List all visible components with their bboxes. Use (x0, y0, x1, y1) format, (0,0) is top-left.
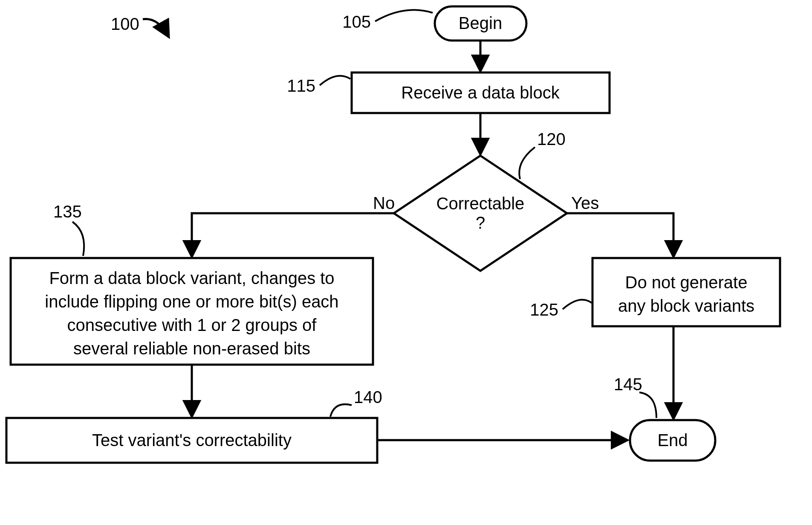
ref-form: 135 (53, 202, 82, 221)
decision-label-2: ? (476, 213, 485, 232)
lead-receive (320, 76, 350, 85)
novar-label-2: any block variants (618, 296, 754, 315)
novar-label-1: Do not generate (625, 273, 748, 292)
ref-begin: 105 (342, 12, 371, 31)
ref-fig-arrow (143, 19, 168, 37)
lead-form (72, 222, 84, 256)
form-label-3: consecutive with 1 or 2 groups of (67, 316, 317, 334)
lead-begin (375, 10, 433, 21)
lead-test (330, 404, 352, 417)
yes-label: Yes (571, 194, 599, 212)
form-label-4: several reliable non-erased bits (73, 339, 310, 358)
lead-novar (563, 300, 592, 309)
ref-decision: 120 (537, 130, 566, 148)
end-label: End (657, 431, 688, 450)
ref-receive: 115 (287, 76, 315, 95)
form-label-1: Form a data block variant, changes to (49, 269, 334, 287)
arrow-yes (567, 213, 673, 256)
lead-decision (519, 147, 535, 179)
test-label: Test variant's correctability (92, 431, 292, 450)
ref-end: 145 (614, 375, 642, 394)
ref-novar: 125 (530, 300, 558, 319)
decision-label-1: Correctable (436, 194, 525, 213)
lead-end (639, 392, 656, 418)
receive-label: Receive a data block (401, 83, 560, 102)
novar-node (592, 258, 780, 326)
arrow-no (192, 213, 394, 256)
ref-fig: 100 (111, 15, 139, 33)
no-label: No (373, 194, 395, 212)
ref-test: 140 (354, 388, 382, 406)
form-label-2: include flipping one or more bit(s) each (45, 292, 338, 311)
begin-label: Begin (459, 14, 502, 32)
